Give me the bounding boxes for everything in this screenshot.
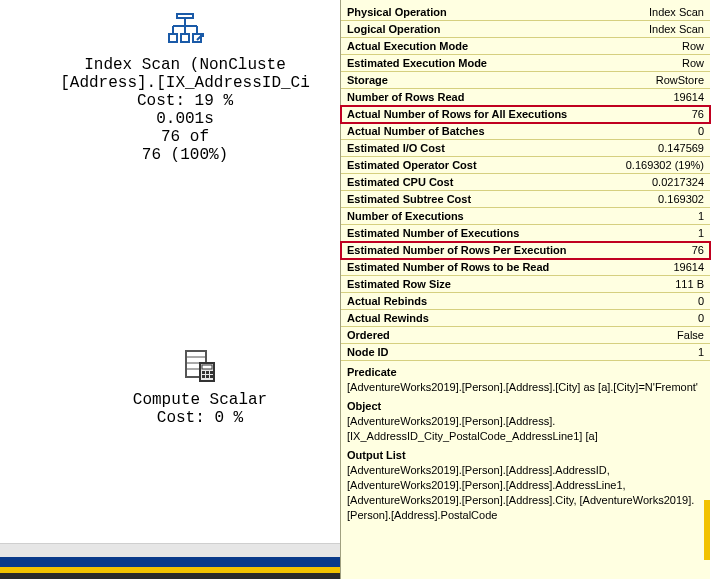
svg-rect-18 <box>202 375 205 378</box>
property-value: 76 <box>692 242 704 258</box>
property-row: Physical OperationIndex Scan <box>341 4 710 21</box>
property-row: Actual Number of Batches0 <box>341 123 710 140</box>
property-row: Number of Executions1 <box>341 208 710 225</box>
property-value: 0.147569 <box>658 140 704 156</box>
property-label: Ordered <box>347 327 390 343</box>
plan-node-compute-scalar[interactable]: Compute Scalar Cost: 0 % <box>100 345 300 427</box>
property-label: Estimated Number of Executions <box>347 225 519 241</box>
svg-rect-15 <box>202 371 205 374</box>
operator-tooltip: Physical OperationIndex ScanLogical Oper… <box>340 0 710 579</box>
property-row: Estimated CPU Cost0.0217324 <box>341 174 710 191</box>
property-row: Actual Number of Rows for All Executions… <box>341 106 710 123</box>
property-row: StorageRowStore <box>341 72 710 89</box>
section-header: Object <box>347 399 704 414</box>
property-row: Estimated Number of Executions1 <box>341 225 710 242</box>
property-label: Estimated Execution Mode <box>347 55 487 71</box>
compute-scalar-icon <box>100 345 300 385</box>
property-value: 19614 <box>673 259 704 275</box>
node-rows-1: 76 of <box>20 128 350 146</box>
property-value: 0.0217324 <box>652 174 704 190</box>
property-label: Estimated I/O Cost <box>347 140 445 156</box>
property-label: Actual Number of Rows for All Executions <box>347 106 567 122</box>
status-bar-area <box>0 543 340 579</box>
section-header: Output List <box>347 448 704 463</box>
node-cost: Cost: 19 % <box>20 92 350 110</box>
node-title: Index Scan (NonCluste <box>20 56 350 74</box>
side-accent <box>704 500 710 560</box>
property-label: Estimated Number of Rows Per Execution <box>347 242 566 258</box>
property-value: 0 <box>698 310 704 326</box>
property-value: 1 <box>698 225 704 241</box>
property-label: Storage <box>347 72 388 88</box>
property-row: Estimated Execution ModeRow <box>341 55 710 72</box>
property-row: Estimated I/O Cost0.147569 <box>341 140 710 157</box>
property-value: Row <box>682 38 704 54</box>
property-value: 111 B <box>675 276 704 292</box>
property-row: Estimated Operator Cost0.169302 (19%) <box>341 157 710 174</box>
property-value: 19614 <box>673 89 704 105</box>
property-label: Estimated Number of Rows to be Read <box>347 259 549 275</box>
index-scan-icon <box>20 10 350 50</box>
property-value: 0.169302 <box>658 191 704 207</box>
property-row: Estimated Number of Rows to be Read19614 <box>341 259 710 276</box>
section-text: [AdventureWorks2019].[Person].[Address].… <box>347 380 704 395</box>
property-value: Row <box>682 55 704 71</box>
property-label: Number of Rows Read <box>347 89 464 105</box>
property-label: Node ID <box>347 344 389 360</box>
property-value: 0 <box>698 293 704 309</box>
node-subtitle: [Address].[IX_AddressID_Ci <box>20 74 350 92</box>
svg-rect-0 <box>177 14 193 18</box>
execution-plan-canvas[interactable]: Index Scan (NonCluste [Address].[IX_Addr… <box>0 0 340 579</box>
property-label: Physical Operation <box>347 4 447 20</box>
property-value: Index Scan <box>649 21 704 37</box>
property-label: Estimated Subtree Cost <box>347 191 471 207</box>
property-value: 0 <box>698 123 704 139</box>
svg-rect-17 <box>210 371 213 374</box>
property-row: Logical OperationIndex Scan <box>341 21 710 38</box>
node-title: Compute Scalar <box>100 391 300 409</box>
property-value: RowStore <box>656 72 704 88</box>
property-row: Actual Rewinds0 <box>341 310 710 327</box>
property-label: Number of Executions <box>347 208 464 224</box>
property-label: Actual Rebinds <box>347 293 427 309</box>
output-list-section: Output List [AdventureWorks2019].[Person… <box>341 444 710 523</box>
property-value: Index Scan <box>649 4 704 20</box>
property-label: Logical Operation <box>347 21 441 37</box>
property-row: OrderedFalse <box>341 327 710 344</box>
svg-rect-14 <box>202 365 212 369</box>
property-row: Node ID1 <box>341 344 710 361</box>
node-time: 0.001s <box>20 110 350 128</box>
property-row: Actual Execution ModeRow <box>341 38 710 55</box>
property-value: 76 <box>692 106 704 122</box>
property-label: Actual Execution Mode <box>347 38 468 54</box>
property-row: Actual Rebinds0 <box>341 293 710 310</box>
object-section: Object [AdventureWorks2019].[Person].[Ad… <box>341 395 710 444</box>
property-row: Estimated Number of Rows Per Execution76 <box>341 242 710 259</box>
property-label: Estimated Operator Cost <box>347 157 477 173</box>
property-value: 1 <box>698 344 704 360</box>
property-row: Estimated Subtree Cost0.169302 <box>341 191 710 208</box>
plan-node-index-scan[interactable]: Index Scan (NonCluste [Address].[IX_Addr… <box>20 10 350 164</box>
property-row: Estimated Row Size111 B <box>341 276 710 293</box>
section-text: [AdventureWorks2019].[Person].[Address].… <box>347 414 704 444</box>
predicate-section: Predicate [AdventureWorks2019].[Person].… <box>341 361 710 395</box>
property-label: Estimated CPU Cost <box>347 174 453 190</box>
svg-rect-16 <box>206 371 209 374</box>
property-label: Actual Rewinds <box>347 310 429 326</box>
property-label: Estimated Row Size <box>347 276 451 292</box>
svg-rect-7 <box>181 34 189 42</box>
property-row: Number of Rows Read19614 <box>341 89 710 106</box>
property-label: Actual Number of Batches <box>347 123 485 139</box>
svg-rect-20 <box>210 375 213 378</box>
property-value: 1 <box>698 208 704 224</box>
svg-rect-6 <box>169 34 177 42</box>
section-header: Predicate <box>347 365 704 380</box>
property-value: False <box>677 327 704 343</box>
node-cost: Cost: 0 % <box>100 409 300 427</box>
section-text: [AdventureWorks2019].[Person].[Address].… <box>347 463 704 523</box>
node-rows-2: 76 (100%) <box>20 146 350 164</box>
svg-rect-19 <box>206 375 209 378</box>
property-value: 0.169302 (19%) <box>626 157 704 173</box>
